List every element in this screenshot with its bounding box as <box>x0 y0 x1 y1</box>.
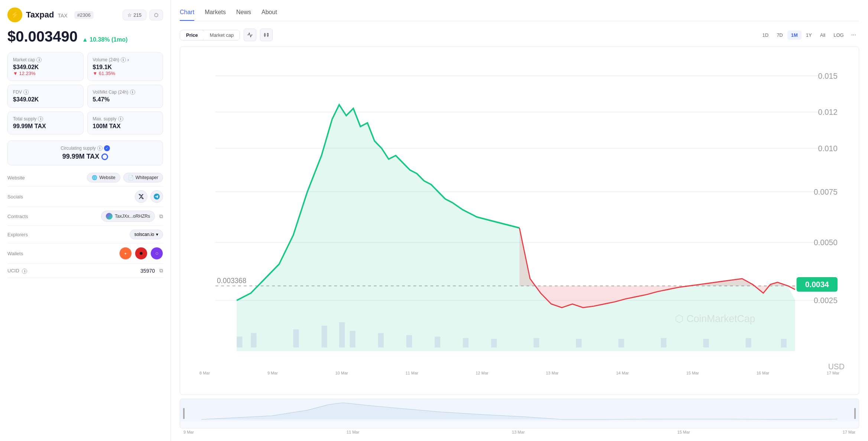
ucid-info-icon[interactable]: ℹ <box>22 269 27 274</box>
explorers-row: Explorers solscan.io ▾ <box>7 226 163 243</box>
price-type-button[interactable]: Price <box>180 30 204 40</box>
time-all-button[interactable]: All <box>816 30 829 40</box>
svg-text:0.003368: 0.003368 <box>217 276 246 284</box>
share-button[interactable]: ⬡ <box>149 10 163 20</box>
ucid-label: UCID ℹ <box>7 268 56 274</box>
explorer-button[interactable]: solscan.io ▾ <box>130 230 163 239</box>
svg-text:0.0050: 0.0050 <box>814 238 838 247</box>
fdv-label: FDV <box>13 90 22 95</box>
svg-rect-46 <box>746 338 751 347</box>
tab-chart[interactable]: Chart <box>180 6 194 21</box>
mini-chart-area[interactable] <box>180 399 859 428</box>
telegram-button[interactable] <box>150 190 163 203</box>
solana-icon <box>106 213 113 220</box>
watchlist-button[interactable]: ☆ 215 <box>123 10 146 20</box>
market-cap-value: $349.02K <box>13 64 78 71</box>
chart-area: 0.015 0.012 0.010 0.0075 0.0050 0.0025 0… <box>180 46 859 395</box>
svg-rect-43 <box>618 339 624 347</box>
max-supply-card: Max. supply ℹ 100M TAX <box>87 111 163 134</box>
svg-text:⚡: ⚡ <box>11 11 19 19</box>
x-axis: 8 Mar9 Mar10 Mar11 Mar12 Mar13 Mar14 Mar… <box>180 371 859 375</box>
coin-rank: #2306 <box>74 11 94 19</box>
svg-rect-41 <box>534 338 539 347</box>
time-log-button[interactable]: LOG <box>830 30 847 40</box>
contracts-row: Contracts TaxJXx...oRHZRs ⧉ <box>7 207 163 226</box>
copy-icon[interactable]: ⧉ <box>159 213 163 220</box>
svg-rect-34 <box>339 322 345 347</box>
watchlist-count: 215 <box>133 12 142 18</box>
max-supply-info-icon[interactable]: ℹ <box>118 116 123 121</box>
tab-news[interactable]: News <box>236 6 251 21</box>
volume-info-icon[interactable]: ℹ <box>121 57 126 62</box>
circulating-value: 99.99M TAX <box>62 153 100 160</box>
svg-text:0.015: 0.015 <box>818 72 838 80</box>
fdv-value: $349.02K <box>13 96 78 103</box>
contract-address-button[interactable]: TaxJXx...oRHZRs <box>101 211 155 222</box>
socials-label: Socials <box>7 194 56 200</box>
svg-rect-30 <box>237 337 242 347</box>
coin-symbol: TAX <box>58 13 68 19</box>
website-btn-label: Website <box>99 175 115 180</box>
line-chart-icon-button[interactable] <box>244 29 256 41</box>
max-supply-value: 100M TAX <box>93 123 158 130</box>
explorer-name: solscan.io <box>134 232 154 237</box>
svg-rect-33 <box>322 326 327 348</box>
svg-text:⬡ CoinMarketCap: ⬡ CoinMarketCap <box>675 313 755 324</box>
svg-rect-8 <box>264 34 266 36</box>
candle-chart-icon-button[interactable] <box>260 29 273 41</box>
svg-rect-31 <box>251 333 256 347</box>
chart-type-group: Price Market cap <box>180 30 240 40</box>
ucid-copy-icon[interactable]: ⧉ <box>159 267 163 274</box>
verified-badge: ✓ <box>104 145 110 151</box>
svg-text:0.010: 0.010 <box>818 144 838 153</box>
coin-name: Taxpad TAX <box>26 10 68 20</box>
tab-about[interactable]: About <box>261 6 277 21</box>
svg-point-5 <box>140 252 143 255</box>
total-supply-info-icon[interactable]: ℹ <box>38 116 43 121</box>
circulating-supply-card: Circulating supply ℹ ✓ 99.99M TAX <box>7 140 163 165</box>
marketcap-type-button[interactable]: Market cap <box>204 30 240 40</box>
volume-link-icon[interactable]: › <box>127 57 129 62</box>
share-icon: ⬡ <box>154 12 158 18</box>
wallet-1-button[interactable]: ✦ <box>119 247 132 260</box>
price-chart-svg: 0.015 0.012 0.010 0.0075 0.0050 0.0025 0… <box>180 47 859 395</box>
whitepaper-button[interactable]: 📄 Whitepaper <box>123 173 163 182</box>
svg-rect-38 <box>435 337 440 347</box>
mini-x-axis: 9 Mar11 Mar13 Mar15 Mar17 Mar <box>180 429 859 435</box>
market-cap-label: Market cap <box>13 57 35 62</box>
more-options-button[interactable]: ··· <box>848 30 859 40</box>
wallet-3-button[interactable]: ⬡ <box>150 247 163 260</box>
ucid-value: 35970 <box>140 268 155 274</box>
wallets-label: Wallets <box>7 251 56 256</box>
website-row: Website 🌐 Website 📄 Whitepaper <box>7 169 163 187</box>
drag-handle-right[interactable] <box>854 408 856 419</box>
time-1d-button[interactable]: 1D <box>759 30 773 40</box>
svg-rect-40 <box>491 339 497 347</box>
vol-mktcap-info-icon[interactable]: ℹ <box>130 90 135 95</box>
drag-handle-left[interactable] <box>183 408 185 419</box>
time-group: 1D 7D 1M 1Y All LOG ··· <box>759 30 859 40</box>
time-7d-button[interactable]: 7D <box>773 30 787 40</box>
svg-rect-47 <box>781 339 787 347</box>
svg-rect-44 <box>661 338 666 347</box>
market-cap-info-icon[interactable]: ℹ <box>36 57 42 62</box>
time-1y-button[interactable]: 1Y <box>802 30 816 40</box>
website-label: Website <box>7 175 56 181</box>
ucid-row: UCID ℹ 35970 ⧉ <box>7 264 163 278</box>
twitter-button[interactable] <box>135 190 147 203</box>
time-1m-button[interactable]: 1M <box>787 30 802 40</box>
price-change-1mo: ▲ 10.38% (1mo) <box>82 36 128 43</box>
fdv-card: FDV ℹ $349.02K <box>7 85 84 108</box>
chevron-down-icon: ▾ <box>156 232 158 237</box>
wallet-2-button[interactable] <box>135 247 147 260</box>
fdv-info-icon[interactable]: ℹ <box>23 90 29 95</box>
circulating-info-icon[interactable]: ℹ <box>97 146 103 151</box>
total-supply-value: 99.99M TAX <box>13 123 78 130</box>
coin-logo: ⚡ <box>7 7 22 22</box>
svg-rect-37 <box>406 335 412 347</box>
explorers-label: Explorers <box>7 232 56 237</box>
market-cap-change: ▼ 12.23% <box>13 71 78 76</box>
stats-grid: Market cap ℹ $349.02K ▼ 12.23% Volume (2… <box>7 52 163 134</box>
tab-markets[interactable]: Markets <box>205 6 226 21</box>
website-button[interactable]: 🌐 Website <box>87 173 120 182</box>
